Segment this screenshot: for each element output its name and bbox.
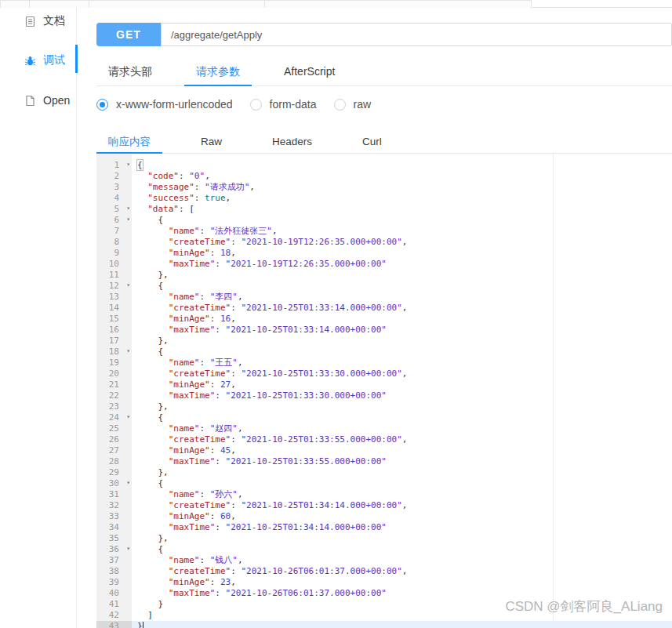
editor-line[interactable]: 6▾ { (96, 215, 672, 226)
editor-line[interactable]: 25 "name": "赵四", (96, 423, 672, 434)
editor-line[interactable]: 13 "name": "李四", (96, 292, 672, 303)
line-number[interactable]: 37 (96, 555, 132, 566)
editor-line[interactable]: 15 "minAge": 16, (96, 314, 672, 325)
line-number[interactable]: 14 (96, 303, 132, 314)
editor-line[interactable]: 14 "createTime": "2021-10-25T01:33:14.00… (96, 303, 672, 314)
editor-line[interactable]: 8 "createTime": "2021-10-19T12:26:35.000… (96, 237, 672, 248)
response-json-editor[interactable]: 1▾{2 "code": "0",3 "message": "请求成功",4 "… (96, 154, 672, 628)
line-number[interactable]: 40 (96, 588, 132, 599)
line-number[interactable]: 8 (96, 237, 132, 248)
line-number[interactable]: 26 (96, 434, 132, 445)
line-number[interactable]: 13 (96, 292, 132, 303)
fold-toggle-icon[interactable]: ▾ (126, 477, 130, 488)
request-tab-2[interactable]: AfterScript (272, 59, 347, 86)
sidebar-item-debug[interactable]: 调试 (24, 53, 65, 68)
line-number[interactable]: 28 (96, 456, 132, 467)
line-number[interactable]: 16 (96, 325, 132, 336)
fold-toggle-icon[interactable]: ▾ (126, 280, 130, 291)
line-number[interactable]: 15 (96, 314, 132, 325)
line-number[interactable]: 27 (96, 445, 132, 456)
editor-line[interactable]: 34 "maxTime": "2021-10-25T01:34:14.000+0… (96, 522, 672, 533)
line-number[interactable]: 17 (96, 336, 132, 347)
line-number[interactable]: 20 (96, 368, 132, 379)
radio-button[interactable] (96, 99, 108, 111)
fold-toggle-icon[interactable]: ▾ (126, 346, 130, 357)
editor-line[interactable]: 38 "createTime": "2021-10-26T06:01:37.00… (96, 566, 672, 577)
editor-line[interactable]: 16 "maxTime": "2021-10-25T01:33:14.000+0… (96, 325, 672, 336)
editor-line[interactable]: 29 }, (96, 467, 672, 478)
line-number[interactable]: 12▾ (96, 281, 132, 292)
truncated-tab[interactable] (0, 0, 30, 8)
response-tab-0[interactable]: 响应内容 (96, 132, 162, 154)
editor-line[interactable]: 5▾ "data": [ (96, 204, 672, 215)
line-number[interactable]: 30▾ (96, 478, 132, 489)
line-number[interactable]: 43 (96, 621, 132, 628)
editor-line[interactable]: 41 } (96, 599, 672, 610)
line-number[interactable]: 4 (96, 193, 132, 204)
editor-line[interactable]: 27 "minAge": 45, (96, 445, 672, 456)
line-number[interactable]: 31 (96, 489, 132, 500)
editor-line[interactable]: 23 }, (96, 401, 672, 412)
editor-line[interactable]: 12▾ { (96, 281, 672, 292)
editor-line[interactable]: 19 "name": "王五", (96, 358, 672, 368)
line-number[interactable]: 2 (96, 171, 132, 182)
line-number[interactable]: 42 (96, 610, 132, 621)
line-number[interactable]: 22 (96, 390, 132, 401)
editor-line[interactable]: 39 "minAge": 23, (96, 577, 672, 588)
editor-line[interactable]: 43} (96, 621, 672, 628)
line-number[interactable]: 38 (96, 566, 132, 577)
line-number[interactable]: 33 (96, 511, 132, 522)
editor-line[interactable]: 31 "name": "孙六", (96, 489, 672, 500)
editor-line[interactable]: 40 "maxTime": "2021-10-26T06:01:37.000+0… (96, 588, 672, 599)
request-tab-1[interactable]: 请求参数 (184, 59, 252, 86)
fold-toggle-icon[interactable]: ▾ (126, 203, 130, 214)
editor-line[interactable]: 35 }, (96, 533, 672, 544)
request-tab-0[interactable]: 请求头部 (96, 59, 164, 86)
editor-line[interactable]: 28 "maxTime": "2021-10-25T01:33:55.000+0… (96, 456, 672, 467)
radio-button[interactable] (250, 99, 262, 111)
fold-toggle-icon[interactable]: ▾ (126, 412, 130, 423)
line-number[interactable]: 1▾ (96, 160, 132, 171)
line-number[interactable]: 9 (96, 248, 132, 259)
editor-line[interactable]: 1▾{ (96, 160, 672, 171)
line-number[interactable]: 36▾ (96, 544, 132, 555)
fold-toggle-icon[interactable]: ▾ (126, 214, 130, 225)
line-number[interactable]: 10 (96, 259, 132, 270)
editor-line[interactable]: 10 "maxTime": "2021-10-19T12:26:35.000+0… (96, 259, 672, 270)
sidebar-item-open[interactable]: Open (24, 93, 70, 108)
line-number[interactable]: 32 (96, 500, 132, 511)
line-number[interactable]: 39 (96, 577, 132, 588)
editor-line[interactable]: 9 "minAge": 18, (96, 248, 672, 259)
fold-toggle-icon[interactable]: ▾ (126, 159, 130, 170)
response-tab-2[interactable]: Headers (260, 132, 324, 154)
response-tab-3[interactable]: Curl (351, 132, 394, 154)
editor-line[interactable]: 21 "minAge": 27, (96, 379, 672, 390)
line-number[interactable]: 7 (96, 226, 132, 237)
body-type-option-0[interactable]: x-www-form-urlencoded (96, 98, 233, 111)
line-number[interactable]: 23 (96, 401, 132, 412)
editor-line[interactable]: 24▾ { (96, 412, 672, 423)
line-number[interactable]: 19 (96, 358, 132, 368)
line-number[interactable]: 21 (96, 379, 132, 390)
editor-line[interactable]: 30▾ { (96, 478, 672, 489)
editor-line[interactable]: 26 "createTime": "2021-10-25T01:33:55.00… (96, 434, 672, 445)
line-number[interactable]: 11 (96, 270, 132, 281)
line-number[interactable]: 25 (96, 423, 132, 434)
radio-button[interactable] (334, 99, 346, 111)
editor-line[interactable]: 32 "createTime": "2021-10-25T01:34:14.00… (96, 500, 672, 511)
line-number[interactable]: 35 (96, 533, 132, 544)
editor-line[interactable]: 22 "maxTime": "2021-10-25T01:33:30.000+0… (96, 390, 672, 401)
editor-line[interactable]: 4 "success": true, (96, 193, 672, 204)
editor-line[interactable]: 17 }, (96, 336, 672, 347)
editor-line[interactable]: 2 "code": "0", (96, 171, 672, 182)
body-type-option-1[interactable]: form-data (250, 98, 317, 111)
editor-line[interactable]: 3 "message": "请求成功", (96, 182, 672, 193)
truncated-tab[interactable] (264, 0, 532, 8)
line-number[interactable]: 41 (96, 599, 132, 610)
line-number[interactable]: 24▾ (96, 412, 132, 423)
line-number[interactable]: 34 (96, 522, 132, 533)
truncated-tab[interactable] (29, 0, 89, 8)
body-type-option-2[interactable]: raw (334, 98, 372, 111)
line-number[interactable]: 3 (96, 182, 132, 193)
editor-line[interactable]: 18▾ { (96, 347, 672, 358)
